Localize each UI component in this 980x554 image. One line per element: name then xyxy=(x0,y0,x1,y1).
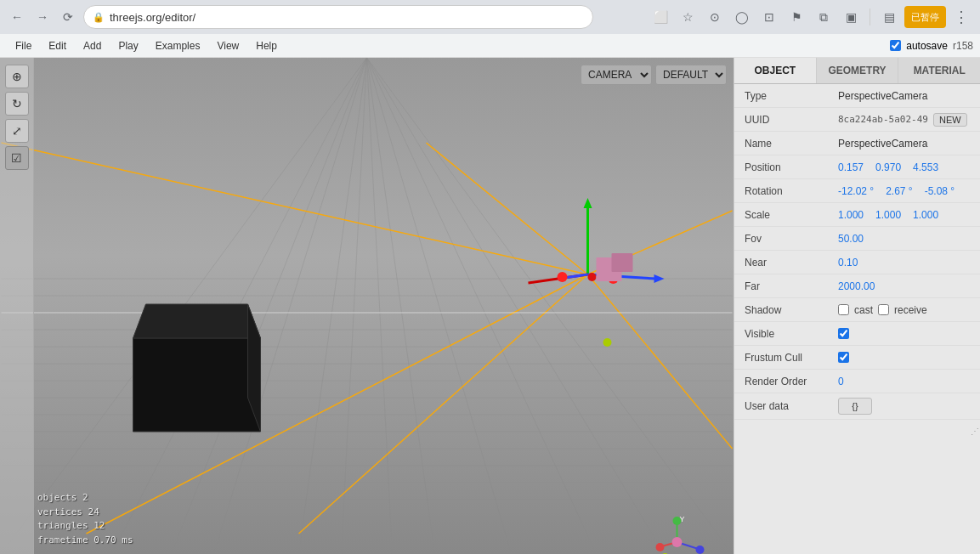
svg-marker-36 xyxy=(133,304,261,338)
uuid-area: 8ca224ab-5a02-49 NEW xyxy=(838,113,967,127)
far-label: Far xyxy=(745,280,838,292)
uuid-new-button[interactable]: NEW xyxy=(933,113,967,127)
resize-handle[interactable]: ⋰ xyxy=(970,427,980,437)
visible-checkbox[interactable] xyxy=(838,328,849,339)
bookmark-icon-btn[interactable]: ☆ xyxy=(676,5,700,29)
scale-label: Scale xyxy=(745,209,838,221)
menu-file[interactable]: File xyxy=(7,37,40,55)
shadow-receive-checkbox[interactable] xyxy=(878,304,889,315)
rotation-values: -12.02 ° 2.67 ° -5.08 ° xyxy=(838,185,955,197)
svg-marker-39 xyxy=(584,198,592,208)
menu-view[interactable]: View xyxy=(208,37,247,55)
account-icon-btn[interactable]: ◯ xyxy=(730,5,754,29)
view-select[interactable]: DEFAULT FRONT SIDE TOP xyxy=(655,65,727,85)
cast-icon-btn[interactable]: ⬜ xyxy=(649,5,672,29)
position-x[interactable]: 0.157 xyxy=(838,161,864,173)
autosave-label: autosave xyxy=(906,40,948,52)
position-label: Position xyxy=(745,161,838,173)
menu-add[interactable]: Add xyxy=(75,37,110,55)
scale-values: 1.000 1.000 1.000 xyxy=(838,209,938,221)
near-value[interactable]: 0.10 xyxy=(838,257,858,269)
rotation-z[interactable]: -5.08 ° xyxy=(925,185,955,197)
flag-icon-btn[interactable]: ⚑ xyxy=(785,5,808,29)
tab-material[interactable]: MATERIAL xyxy=(898,58,980,83)
frustum-cull-label: Frustum Cull xyxy=(745,352,838,364)
select-tool[interactable]: ☑ xyxy=(5,146,29,170)
panel-content: Type PerspectiveCamera UUID 8ca224ab-5a0… xyxy=(734,84,980,554)
puzzle-icon-btn[interactable]: ⧉ xyxy=(812,5,836,29)
address-bar[interactable]: 🔒 threejs.org/editor/ xyxy=(83,5,593,29)
position-y[interactable]: 0.970 xyxy=(875,161,901,173)
prop-visible-row: Visible xyxy=(734,322,980,346)
prop-near-row: Near 0.10 xyxy=(734,251,980,274)
prop-type-row: Type PerspectiveCamera xyxy=(734,84,980,108)
shadow-checkboxes: cast receive xyxy=(838,304,927,316)
prop-fov-row: Fov 50.00 xyxy=(734,227,980,251)
rotate-tool[interactable]: ↻ xyxy=(5,92,29,116)
shadow-cast-checkbox[interactable] xyxy=(838,304,849,315)
far-value[interactable]: 2000.00 xyxy=(838,280,875,292)
fov-label: Fov xyxy=(745,233,838,245)
type-value: PerspectiveCamera xyxy=(838,90,927,102)
tab-object[interactable]: OBJECT xyxy=(734,58,817,83)
svg-point-44 xyxy=(558,272,568,282)
svg-line-26 xyxy=(367,58,665,554)
tab-geometry[interactable]: GEOMETRY xyxy=(817,58,899,83)
svg-text:Y: Y xyxy=(680,515,685,523)
position-z[interactable]: 4.553 xyxy=(913,161,938,173)
menu-play[interactable]: Play xyxy=(110,37,146,55)
prop-render-order-row: Render Order 0 xyxy=(734,370,980,393)
svg-line-22 xyxy=(299,58,367,554)
menu-edit[interactable]: Edit xyxy=(40,37,75,55)
wallet-icon-btn[interactable]: ▣ xyxy=(839,5,863,29)
scale-y[interactable]: 1.000 xyxy=(875,209,901,221)
svg-line-17 xyxy=(367,58,733,554)
position-values: 0.157 0.970 4.553 xyxy=(838,161,938,173)
menu-help[interactable]: Help xyxy=(247,37,286,55)
autosave-checkbox[interactable] xyxy=(890,40,901,51)
profile-button[interactable]: 已暂停 xyxy=(904,6,946,28)
stats-overlay: objects 2 vertices 24 triangles 12 frame… xyxy=(37,491,133,547)
back-button[interactable]: ← xyxy=(7,7,27,27)
uuid-value: 8ca224ab-5a02-49 xyxy=(838,114,928,125)
rotation-label: Rotation xyxy=(745,185,838,197)
menu-button[interactable]: ⋮ xyxy=(949,5,973,29)
sidebar-icon-btn[interactable]: ▤ xyxy=(877,5,901,29)
viewport[interactable]: Y ⊕ ↻ ⤢ ☑ xyxy=(0,58,734,554)
render-order-value[interactable]: 0 xyxy=(838,376,844,387)
rotation-y[interactable]: 2.67 ° xyxy=(886,185,913,197)
shadow-label: Shadow xyxy=(745,304,838,316)
svg-line-32 xyxy=(299,274,588,534)
rotation-x[interactable]: -12.02 ° xyxy=(838,185,874,197)
separator xyxy=(870,8,870,25)
reload-button[interactable]: ⟳ xyxy=(58,7,78,27)
scale-x[interactable]: 1.000 xyxy=(838,209,864,221)
translate-tool[interactable]: ⊕ xyxy=(5,65,29,88)
resize-area: ⋰ xyxy=(734,420,980,437)
render-order-label: Render Order xyxy=(745,376,838,387)
main-layout: Y ⊕ ↻ ⤢ ☑ xyxy=(0,58,980,554)
shadow-receive-label: receive xyxy=(894,304,927,316)
toolbar-left: ⊕ ↻ ⤢ ☑ xyxy=(0,58,34,554)
camera-select[interactable]: CAMERA DEFAULT xyxy=(581,65,652,85)
svg-rect-48 xyxy=(612,253,633,272)
svg-point-58 xyxy=(672,537,683,547)
viewport-controls: CAMERA DEFAULT DEFAULT FRONT SIDE TOP xyxy=(581,65,727,85)
menu-examples[interactable]: Examples xyxy=(147,37,209,55)
stat-objects: objects 2 xyxy=(37,491,133,506)
right-panel: OBJECT GEOMETRY MATERIAL Type Perspectiv… xyxy=(734,58,980,554)
forward-button[interactable]: → xyxy=(32,7,53,27)
user-data-button[interactable]: {} xyxy=(838,398,872,415)
scale-z[interactable]: 1.000 xyxy=(913,209,938,221)
scale-tool[interactable]: ⤢ xyxy=(5,119,29,143)
prop-far-row: Far 2000.00 xyxy=(734,274,980,298)
scene-3d: Y xyxy=(0,58,734,554)
uuid-label: UUID xyxy=(745,114,838,126)
fov-value[interactable]: 50.00 xyxy=(838,233,864,245)
prop-shadow-row: Shadow cast receive xyxy=(734,298,980,322)
chrome-icon-btn[interactable]: ⊙ xyxy=(703,5,727,29)
viewport-canvas[interactable]: Y ⊕ ↻ ⤢ ☑ xyxy=(0,58,734,554)
frustum-cull-checkbox[interactable] xyxy=(838,352,849,363)
camera-icon-btn[interactable]: ⊡ xyxy=(757,5,781,29)
stat-frametime: frametime 0.70 ms xyxy=(37,534,133,548)
